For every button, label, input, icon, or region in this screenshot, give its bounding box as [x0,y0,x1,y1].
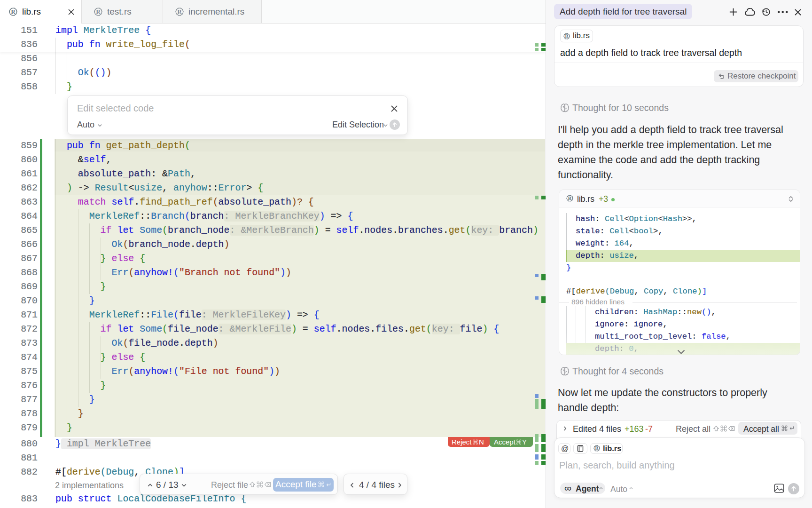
svg-text:R: R [96,8,101,15]
svg-text:R: R [11,8,16,15]
svg-text:R: R [565,33,569,39]
svg-text:R: R [595,445,599,451]
svg-text:R: R [177,8,182,15]
svg-text:R: R [568,196,572,201]
